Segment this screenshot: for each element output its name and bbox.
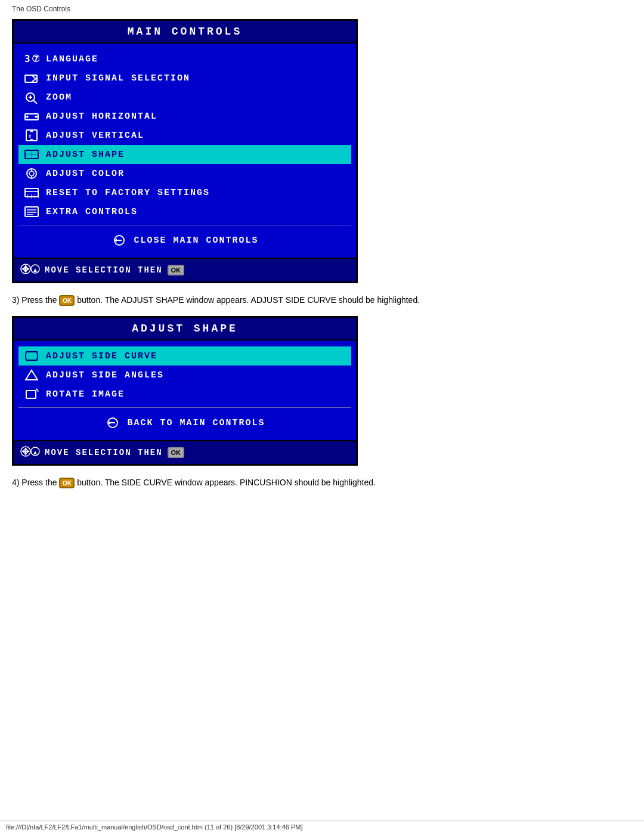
- menu-item-rotate-image[interactable]: ROTATE IMAGE: [18, 385, 351, 404]
- svg-marker-44: [26, 370, 38, 380]
- svg-text:▲: ▲: [32, 449, 39, 456]
- close-main-icon: [111, 234, 128, 247]
- footer-path: file:///D|/rita/LF2/LF2/LFa1/multi_manua…: [6, 823, 303, 831]
- svg-text:3⑦: 3⑦: [24, 53, 39, 64]
- footer-icon-joystick-2: ▲: [20, 445, 40, 460]
- divider-1: [18, 225, 351, 225]
- side-angles-icon: [23, 368, 40, 382]
- svg-text:||||: ||||: [26, 194, 39, 199]
- prose-2: 4) Press the OK button. The SIDE CURVE w…: [12, 476, 459, 489]
- ok-button-1: OK: [59, 295, 75, 306]
- ok-button-2: OK: [59, 478, 75, 488]
- footer-move-label-2: MOVE SELECTION THEN: [45, 448, 163, 457]
- svg-marker-12: [35, 115, 36, 119]
- svg-marker-54: [27, 450, 30, 453]
- footer-icon-joystick: ▲: [20, 263, 40, 277]
- main-controls-panel: MAIN CONTROLS 3⑦ LANGUAGE INPUT SIGNAL S…: [12, 19, 358, 283]
- main-controls-title: MAIN CONTROLS: [14, 21, 356, 44]
- menu-item-reset-factory[interactable]: |||| RESET TO FACTORY SETTINGS: [18, 183, 351, 202]
- main-controls-body: 3⑦ LANGUAGE INPUT SIGNAL SELECTION: [14, 44, 356, 258]
- horizontal-icon: [23, 110, 40, 123]
- menu-item-rotate-image-label: ROTATE IMAGE: [46, 389, 125, 400]
- zoom-icon: [23, 91, 40, 104]
- menu-item-close-main-label: CLOSE MAIN CONTROLS: [134, 236, 258, 246]
- svg-marker-39: [21, 267, 24, 271]
- adjust-shape-footer: ▲ MOVE SELECTION THEN OK: [14, 440, 356, 464]
- svg-marker-11: [27, 115, 29, 119]
- menu-item-language[interactable]: 3⑦ LANGUAGE: [18, 49, 351, 69]
- menu-item-zoom-label: ZOOM: [46, 92, 72, 103]
- svg-rect-19: [25, 150, 38, 159]
- menu-item-language-label: LANGUAGE: [46, 54, 98, 64]
- menu-item-adjust-shape[interactable]: ADJUST SHAPE: [18, 145, 351, 164]
- prose-1-before: 3) Press the: [12, 295, 57, 305]
- prose-2-before: 4) Press the: [12, 478, 57, 487]
- ok-badge-2: OK: [168, 447, 184, 458]
- vertical-icon: ↕: [23, 129, 40, 142]
- menu-item-input-signal-label: INPUT SIGNAL SELECTION: [46, 73, 190, 83]
- divider-2: [18, 407, 351, 408]
- menu-item-adjust-vertical[interactable]: ↕ ADJUST VERTICAL: [18, 126, 351, 145]
- menu-item-adjust-horizontal[interactable]: ADJUST HORIZONTAL: [18, 107, 351, 126]
- menu-item-extra-controls[interactable]: EXTRA CONTROLS: [18, 202, 351, 221]
- language-icon: 3⑦: [23, 52, 40, 66]
- shape-icon: [23, 148, 40, 161]
- menu-item-zoom[interactable]: ZOOM: [18, 88, 351, 107]
- menu-item-adjust-shape-label: ADJUST SHAPE: [46, 150, 125, 160]
- color-icon: [23, 167, 40, 180]
- menu-item-back-main[interactable]: BACK TO MAIN CONTROLS: [18, 411, 351, 434]
- prose-2-after: button. The SIDE CURVE window appears. P…: [77, 478, 376, 487]
- menu-item-side-angles[interactable]: ADJUST SIDE ANGLES: [18, 366, 351, 385]
- svg-text:▲: ▲: [32, 267, 39, 273]
- svg-line-5: [33, 100, 37, 104]
- side-curve-icon: [23, 349, 40, 363]
- menu-item-side-curve[interactable]: ADJUST SIDE CURVE: [18, 346, 351, 366]
- adjust-shape-title: ADJUST SHAPE: [14, 318, 356, 340]
- page-title: The OSD Controls: [12, 5, 632, 13]
- input-signal-icon: [23, 72, 40, 85]
- menu-item-adjust-vertical-label: ADJUST VERTICAL: [46, 131, 144, 141]
- menu-item-adjust-horizontal-label: ADJUST HORIZONTAL: [46, 112, 157, 122]
- main-controls-footer: ▲ MOVE SELECTION THEN OK: [14, 258, 356, 281]
- menu-item-extra-controls-label: EXTRA CONTROLS: [46, 207, 138, 217]
- rotate-image-icon: [23, 388, 40, 401]
- footer-move-label: MOVE SELECTION THEN: [45, 265, 163, 275]
- adjust-shape-panel: ADJUST SHAPE ADJUST SIDE CURVE ADJUST SI…: [12, 316, 358, 466]
- svg-marker-53: [21, 450, 24, 453]
- svg-text:↕: ↕: [28, 132, 33, 139]
- menu-item-reset-factory-label: RESET TO FACTORY SETTINGS: [46, 188, 210, 198]
- svg-marker-40: [27, 267, 30, 271]
- back-main-icon: [104, 416, 121, 429]
- extra-controls-icon: [23, 205, 40, 218]
- prose-1-after: button. The ADJUST SHAPE window appears.…: [77, 295, 420, 305]
- svg-point-55: [24, 450, 27, 453]
- menu-item-close-main[interactable]: CLOSE MAIN CONTROLS: [18, 229, 351, 252]
- menu-item-adjust-color[interactable]: ADJUST COLOR: [18, 164, 351, 183]
- footer-bar: file:///D|/rita/LF2/LF2/LFa1/multi_manua…: [0, 820, 644, 833]
- menu-item-input-signal[interactable]: INPUT SIGNAL SELECTION: [18, 69, 351, 88]
- menu-item-adjust-color-label: ADJUST COLOR: [46, 169, 125, 179]
- adjust-shape-body: ADJUST SIDE CURVE ADJUST SIDE ANGLES ROT…: [14, 340, 356, 440]
- menu-item-back-main-label: BACK TO MAIN CONTROLS: [127, 418, 265, 428]
- ok-badge: OK: [168, 265, 184, 275]
- menu-item-side-angles-label: ADJUST SIDE ANGLES: [46, 370, 164, 380]
- svg-point-41: [24, 268, 27, 270]
- svg-rect-45: [26, 391, 36, 398]
- menu-item-side-curve-label: ADJUST SIDE CURVE: [46, 351, 157, 361]
- svg-point-23: [29, 171, 34, 176]
- prose-1: 3) Press the OK button. The ADJUST SHAPE…: [12, 294, 459, 306]
- factory-icon: ||||: [23, 186, 40, 199]
